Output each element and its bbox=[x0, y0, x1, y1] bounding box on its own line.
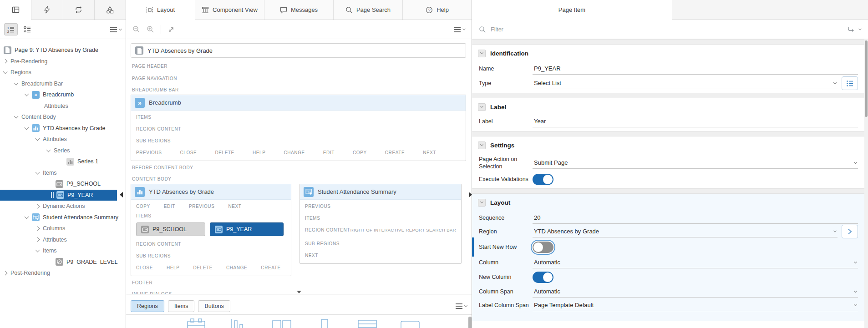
tree-node-breadcrumb-bar[interactable]: Breadcrumb Bar bbox=[0, 78, 126, 90]
chevron-down-icon[interactable] bbox=[858, 27, 862, 30]
slot-page-navigation[interactable]: PAGE NAVIGATION bbox=[131, 72, 466, 84]
tree-node-columns[interactable]: Columns bbox=[0, 223, 126, 234]
gallery-region-thumb[interactable] bbox=[357, 318, 377, 328]
tab-component-view[interactable]: Component View bbox=[195, 0, 264, 20]
scrollbar-thumb[interactable] bbox=[865, 40, 868, 117]
tab-layout[interactable]: Layout bbox=[126, 0, 195, 20]
tree-node-chart-region[interactable]: YTD Absences by Grade bbox=[0, 123, 126, 134]
gallery-menu-button[interactable] bbox=[456, 302, 467, 310]
slot-region-content[interactable]: REGION CONTENT bbox=[305, 224, 350, 236]
expand-button[interactable] bbox=[168, 26, 175, 33]
tab-processing[interactable] bbox=[63, 0, 95, 20]
slot-items[interactable]: ITEMS bbox=[136, 111, 461, 123]
go-to-region-button[interactable] bbox=[842, 225, 858, 238]
tab-messages[interactable]: Messages bbox=[264, 0, 334, 20]
gallery-splitter[interactable] bbox=[126, 294, 472, 298]
pos-delete[interactable]: DELETE bbox=[193, 265, 213, 270]
slot-before-content-body[interactable]: BEFORE CONTENT BODY bbox=[131, 161, 466, 173]
tree-node-regions[interactable]: Regions bbox=[0, 67, 126, 78]
pos-edit[interactable]: EDIT bbox=[164, 204, 175, 209]
region-gallery[interactable] bbox=[126, 314, 472, 328]
tree-node-pre-rendering[interactable]: Pre-Rendering bbox=[0, 56, 126, 67]
pos-next[interactable]: NEXT bbox=[305, 249, 456, 261]
pos-delete[interactable]: DELETE bbox=[215, 150, 234, 155]
tree-node-p9-school[interactable]: P9_SCHOOL bbox=[0, 178, 126, 190]
collapse-right-panel-handle[interactable] bbox=[469, 192, 472, 197]
slot-region-content[interactable]: REGION CONTENT bbox=[136, 238, 286, 250]
property-scrollbar[interactable] bbox=[864, 39, 868, 328]
gallery-region-thumb[interactable] bbox=[272, 318, 292, 328]
column-span-select[interactable]: Automatic bbox=[533, 286, 858, 298]
slot-footer[interactable]: FOOTER bbox=[131, 276, 466, 288]
pos-copy[interactable]: COPY bbox=[136, 204, 150, 209]
slot-sub-regions[interactable]: SUB REGIONS bbox=[136, 250, 286, 262]
tree-node-series-1[interactable]: Series 1 bbox=[0, 156, 126, 167]
tree-node-page[interactable]: Page 9: YTD Absences by Grade bbox=[0, 45, 126, 56]
filter-input[interactable] bbox=[491, 26, 843, 33]
pos-create[interactable]: CREATE bbox=[385, 150, 405, 155]
tab-dynamic-actions[interactable] bbox=[31, 0, 63, 20]
pos-previous[interactable]: PREVIOUS bbox=[189, 204, 214, 209]
tree-node-breadcrumb[interactable]: » Breadcrumb bbox=[0, 89, 126, 101]
group-by-type-button[interactable] bbox=[20, 23, 34, 35]
execute-validations-toggle[interactable] bbox=[533, 174, 553, 185]
gallery-region-thumb[interactable] bbox=[315, 318, 335, 328]
collapse-section-button[interactable] bbox=[478, 141, 486, 149]
gallery-tab-items[interactable]: Items bbox=[168, 300, 195, 312]
tab-page-item[interactable]: Page Item bbox=[472, 0, 672, 20]
tree-node-dynamic-actions[interactable]: Dynamic Actions bbox=[0, 201, 126, 212]
tab-rendering[interactable] bbox=[0, 0, 31, 20]
pos-edit[interactable]: EDIT bbox=[323, 150, 335, 155]
tree-node-report-region[interactable]: Student Attendance Summary bbox=[0, 212, 126, 223]
order-by-sequence-button[interactable]: 12 bbox=[4, 23, 18, 35]
pos-copy[interactable]: COPY bbox=[353, 150, 367, 155]
pos-close[interactable]: CLOSE bbox=[180, 150, 197, 155]
type-select[interactable]: Select List bbox=[533, 77, 838, 89]
quick-pick-button[interactable] bbox=[842, 76, 858, 90]
sequence-field[interactable]: 20 bbox=[533, 212, 858, 224]
tree-node-attributes[interactable]: Attributes bbox=[0, 101, 126, 112]
tab-help[interactable]: ? Help bbox=[403, 0, 472, 20]
canvas-item-p9-year[interactable]: P9_YEAR bbox=[210, 222, 284, 236]
zoom-in-button[interactable] bbox=[147, 25, 154, 33]
search-bar-position-note[interactable]: RIGHT OF INTERACTIVE REPORT SEARCH BAR bbox=[350, 227, 456, 232]
pos-close[interactable]: CLOSE bbox=[136, 265, 153, 270]
canvas-item-p9-school[interactable]: P9_SCHOOL bbox=[136, 222, 205, 236]
pos-next[interactable]: NEXT bbox=[228, 204, 241, 209]
pos-next[interactable]: NEXT bbox=[423, 150, 436, 155]
slot-breadcrumb-bar[interactable]: BREADCRUMB BAR bbox=[131, 84, 466, 95]
canvas-chart-region[interactable]: YTD Absences by Grade COPY EDIT PREVIOUS… bbox=[131, 184, 291, 276]
pos-previous[interactable]: PREVIOUS bbox=[305, 200, 456, 212]
tree-node-content-body[interactable]: Content Body bbox=[0, 111, 126, 123]
label-column-span-select[interactable]: Page Template Default bbox=[533, 299, 858, 311]
gallery-region-thumb[interactable] bbox=[229, 318, 249, 328]
collapse-section-button[interactable] bbox=[478, 103, 486, 111]
tree-node-p9-year[interactable]: P9_YEAR bbox=[0, 190, 117, 201]
tree-node-items[interactable]: Items bbox=[0, 245, 126, 257]
start-new-row-toggle[interactable] bbox=[533, 242, 553, 253]
pos-help[interactable]: HELP bbox=[253, 150, 266, 155]
gallery-tab-buttons[interactable]: Buttons bbox=[198, 300, 230, 312]
tree-node-p9-grade-level[interactable]: P9_GRADE_LEVEL bbox=[0, 257, 126, 268]
gallery-tab-regions[interactable]: Regions bbox=[131, 300, 164, 312]
breadcrumb-region-header[interactable]: » Breadcrumb bbox=[131, 95, 466, 111]
new-column-toggle[interactable] bbox=[533, 272, 553, 283]
page-action-select[interactable]: Submit Page bbox=[533, 157, 858, 169]
layout-menu-button[interactable] bbox=[454, 25, 465, 34]
slot-content-body[interactable]: CONTENT BODY bbox=[131, 173, 466, 184]
tree-node-series[interactable]: Series bbox=[0, 145, 126, 156]
slot-sub-regions[interactable]: SUB REGIONS bbox=[136, 135, 461, 146]
slot-region-content[interactable]: REGION CONTENT bbox=[136, 123, 461, 135]
collapse-left-panel-handle[interactable] bbox=[120, 192, 123, 197]
chart-region-header[interactable]: YTD Absences by Grade bbox=[131, 184, 291, 200]
report-region-header[interactable]: Student Attendance Summary bbox=[300, 184, 461, 200]
slot-items[interactable]: ITEMS bbox=[305, 212, 456, 224]
pos-previous[interactable]: PREVIOUS bbox=[136, 150, 162, 155]
tree-node-attributes[interactable]: Attributes bbox=[0, 234, 126, 246]
gallery-scrollbar[interactable] bbox=[468, 317, 472, 328]
gallery-region-thumb[interactable] bbox=[400, 318, 420, 328]
goto-group-icon[interactable] bbox=[847, 26, 854, 33]
pos-help[interactable]: HELP bbox=[167, 265, 180, 270]
canvas-breadcrumb-region[interactable]: » Breadcrumb ITEMS REGION CONTENT SUB RE… bbox=[131, 95, 466, 161]
column-select[interactable]: Automatic bbox=[533, 257, 858, 268]
